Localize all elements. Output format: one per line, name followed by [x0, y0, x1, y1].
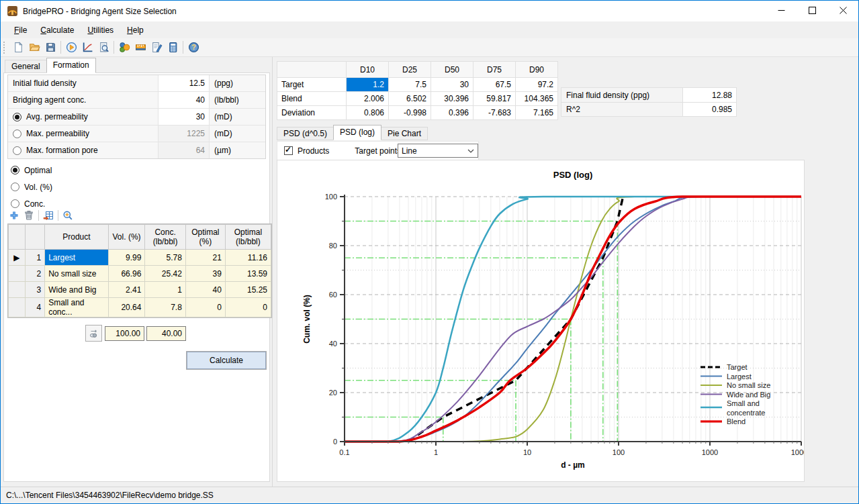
field-label-text: Max. formation pore [26, 146, 98, 155]
menu-calculate[interactable]: Calculate [34, 23, 81, 37]
radio-avg-permeability[interactable] [13, 113, 21, 121]
d-value-cell[interactable]: 67.5 [473, 78, 516, 92]
row-selector[interactable] [9, 282, 26, 298]
total-volume-input[interactable] [105, 326, 144, 341]
d-value-cell[interactable]: 7.5 [389, 78, 431, 92]
zoom-button[interactable] [61, 209, 75, 222]
d-value-cell[interactable]: 30 [431, 78, 473, 92]
open-file-icon [29, 42, 40, 53]
edit-report-button[interactable] [148, 40, 165, 56]
target-points-style-select[interactable]: Line [398, 144, 478, 158]
menu-utilities[interactable]: Utilities [81, 23, 120, 37]
tab-psd-log[interactable]: PSD (log) [333, 125, 381, 140]
tab-general[interactable]: General [5, 60, 47, 73]
row-selector[interactable]: ▶ [9, 250, 26, 266]
products-checkbox[interactable] [284, 146, 293, 155]
left-panel: GeneralFormation Initial fluid density12… [1, 57, 273, 487]
toolbar-separator [183, 41, 183, 54]
target-points-label: Target points [355, 146, 401, 156]
product-value-cell[interactable]: 5.78 [145, 250, 185, 266]
svg-text:0.1: 0.1 [339, 448, 349, 456]
radio-optimal[interactable] [11, 166, 19, 174]
products-button[interactable] [116, 40, 132, 56]
svg-text:Target: Target [727, 363, 748, 371]
choose-columns-button[interactable] [42, 209, 55, 222]
d-value-cell: 104.365 [516, 92, 558, 106]
product-name-cell[interactable]: Small and conc... [45, 298, 108, 317]
menu-help[interactable]: Help [120, 23, 150, 37]
product-value-cell[interactable]: 21 [185, 250, 225, 266]
product-value-cell[interactable]: 15.25 [225, 282, 271, 298]
calculator-button[interactable] [165, 40, 181, 56]
choose-columns-icon [43, 210, 54, 221]
chart-tabstrip: PSD (d^0.5)PSD (log)Pie Chart [277, 125, 427, 140]
product-value-cell[interactable]: 7.8 [145, 298, 185, 317]
row-selector[interactable] [9, 298, 26, 317]
print-preview-button[interactable] [95, 40, 111, 56]
products-icon [119, 42, 130, 53]
product-col-header: Optimal (lb/bbl) [225, 225, 271, 250]
help-button[interactable]: ? [185, 40, 201, 56]
open-file-button[interactable] [26, 40, 42, 56]
maximize-button[interactable] [797, 1, 827, 21]
product-value-cell[interactable]: 20.64 [108, 298, 145, 317]
total-conc-input[interactable] [146, 326, 186, 341]
radio-vol[interactable] [11, 183, 19, 191]
product-value-cell[interactable]: 0 [225, 298, 271, 317]
svg-text:0: 0 [333, 438, 337, 446]
product-value-cell[interactable]: 1 [145, 282, 185, 298]
product-value-cell[interactable]: 9.99 [108, 250, 145, 266]
add-row-button[interactable] [7, 209, 21, 222]
field-value[interactable]: 30 [159, 109, 210, 125]
product-value-cell[interactable]: 66.96 [108, 266, 145, 282]
tab-pie-chart[interactable]: Pie Chart [381, 127, 428, 140]
product-value-cell[interactable]: 11.16 [225, 250, 271, 266]
table-row: Deviation0.806-0.9980.396-7.6837.165 [277, 106, 558, 120]
minimize-button[interactable] [766, 1, 797, 21]
product-value-cell[interactable]: 39 [185, 266, 225, 282]
row-number[interactable]: 4 [25, 298, 45, 317]
d-value-cell: 6.502 [389, 92, 431, 106]
product-value-cell[interactable]: 0 [185, 298, 225, 317]
product-value-cell[interactable]: 25.42 [145, 266, 185, 282]
row-number[interactable]: 3 [25, 282, 45, 298]
radio-max-formation-pore[interactable] [13, 146, 21, 155]
curve-chart-button[interactable] [79, 40, 95, 56]
field-value[interactable]: 12.5 [159, 75, 210, 91]
d-value-cell[interactable]: 1.2 [347, 78, 389, 92]
swap-units-button[interactable] [85, 325, 102, 342]
d-value-cell[interactable]: 97.2 [516, 78, 558, 92]
curve-chart-icon [82, 42, 93, 53]
row-number[interactable]: 2 [25, 266, 45, 282]
svg-text:Small and: Small and [727, 399, 760, 407]
d-value-cell: -7.683 [473, 106, 516, 120]
product-value-cell[interactable]: 2.41 [108, 282, 145, 298]
y-axis-label: Cum. vol (%) [302, 295, 312, 344]
product-name-cell[interactable]: Largest [45, 250, 108, 266]
product-name-cell[interactable]: No small size [45, 266, 108, 282]
calculate-button[interactable]: Calculate [187, 352, 266, 369]
tab-formation[interactable]: Formation [46, 58, 96, 73]
run-button[interactable] [63, 40, 79, 56]
close-icon [840, 6, 847, 16]
mode-option-label: Conc. [24, 199, 45, 209]
menu-file[interactable]: File [7, 23, 34, 37]
row-selector[interactable] [9, 266, 26, 282]
row-number[interactable]: 1 [25, 250, 45, 266]
delete-row-button[interactable] [22, 209, 36, 222]
product-value-cell[interactable]: 40 [185, 282, 225, 298]
field-value[interactable]: 40 [159, 92, 210, 108]
table-row: 2No small size66.9625.423913.59 [9, 266, 271, 282]
ruler-button[interactable] [132, 40, 148, 56]
product-name-cell[interactable]: Wide and Big [45, 282, 108, 298]
radio-conc[interactable] [11, 199, 19, 208]
close-button[interactable] [827, 1, 858, 21]
tab-psd-d-0-5[interactable]: PSD (d^0.5) [277, 127, 334, 140]
product-value-cell[interactable]: 13.59 [225, 266, 271, 282]
new-file-button[interactable] [10, 40, 26, 56]
edit-report-icon [151, 42, 163, 53]
save-file-button[interactable] [42, 40, 58, 56]
svg-text:10000: 10000 [791, 448, 804, 456]
d-col-header: D90 [516, 62, 558, 78]
radio-max-permeability[interactable] [13, 130, 21, 138]
